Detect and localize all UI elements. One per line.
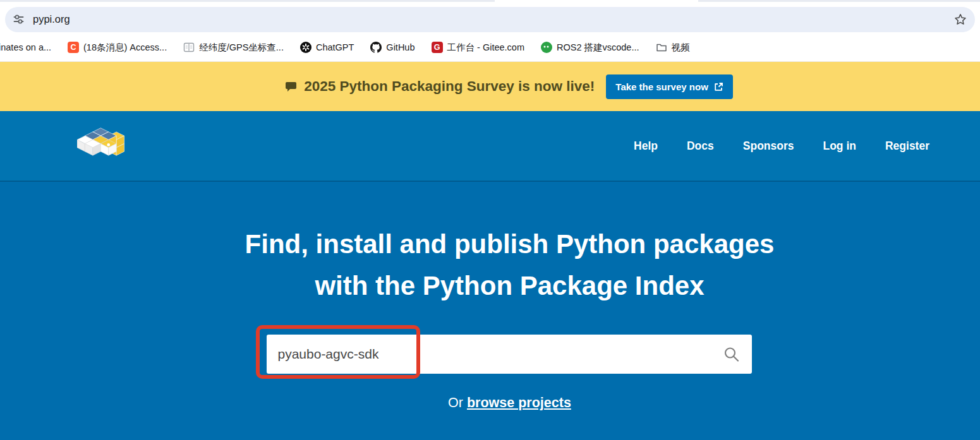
bookmark-label: (18条消息) Access...: [83, 42, 167, 54]
browse-prefix: Or: [448, 395, 467, 410]
bookmark-label: 视频: [672, 42, 690, 54]
github-icon: [370, 42, 382, 53]
bookmarks-bar: inates on a... C (18条消息) Access... 经纬度/G…: [0, 33, 980, 62]
pypi-nav: Help Docs Sponsors Log in Register: [634, 140, 929, 153]
address-bar[interactable]: pypi.org: [5, 7, 975, 32]
survey-message-text: 2025 Python Packaging Survey is now live…: [304, 78, 595, 95]
nav-help[interactable]: Help: [634, 140, 658, 153]
map-book-icon: [183, 42, 195, 53]
gitee-icon: G: [432, 42, 443, 53]
take-survey-button[interactable]: Take the survey now: [606, 74, 732, 99]
tab-strip-segment: [698, 0, 980, 2]
bookmark-item[interactable]: 视频: [656, 42, 690, 54]
search-icon: [723, 346, 740, 363]
bookmark-label: ROS2 搭建vscode...: [557, 42, 639, 54]
survey-banner-inner: 2025 Python Packaging Survey is now live…: [285, 74, 733, 99]
bookmark-label: inates on a...: [0, 42, 51, 52]
chatgpt-icon: [300, 42, 312, 53]
browse-line: Or browse projects: [448, 395, 571, 411]
pypi-logo[interactable]: [77, 124, 133, 168]
hero-inner: Find, install and publish Python package…: [245, 223, 775, 425]
nav-login[interactable]: Log in: [823, 140, 856, 153]
bookmark-item[interactable]: GitHub: [370, 42, 414, 53]
bookmark-label: GitHub: [386, 42, 414, 52]
hero-section: Find, install and publish Python package…: [0, 182, 980, 440]
bookmark-star-icon[interactable]: [953, 13, 967, 27]
nav-register[interactable]: Register: [885, 140, 929, 153]
tab-strip-segment: [0, 0, 495, 2]
site-settings-icon[interactable]: [13, 13, 25, 25]
folder-icon: [656, 42, 667, 53]
bookmark-item[interactable]: 经纬度/GPS坐标查...: [183, 42, 284, 54]
bookmark-item[interactable]: inates on a...: [0, 42, 51, 52]
bookmark-label: 经纬度/GPS坐标查...: [199, 42, 284, 54]
bookmark-item[interactable]: ChatGPT: [300, 42, 354, 53]
csdn-icon: C: [68, 42, 79, 53]
green-chat-icon: [541, 42, 552, 53]
page-title-line2: with the Python Package Index: [245, 265, 775, 307]
bookmark-item[interactable]: C (18条消息) Access...: [68, 42, 167, 54]
omnibox-row: pypi.org: [0, 3, 980, 33]
speech-bubble-icon: [285, 81, 297, 92]
pypi-header: Help Docs Sponsors Log in Register: [0, 111, 980, 182]
page-title-line1: Find, install and publish Python package…: [245, 223, 775, 265]
external-link-icon: [714, 82, 723, 92]
browser-chrome: pypi.org inates on a... C (18条消息) Access…: [0, 0, 980, 62]
search-button[interactable]: [719, 345, 744, 364]
search-form: [267, 335, 752, 374]
bookmark-label: ChatGPT: [316, 42, 354, 52]
survey-message: 2025 Python Packaging Survey is now live…: [285, 78, 595, 95]
bookmark-label: 工作台 - Gitee.com: [447, 42, 524, 54]
bookmark-item[interactable]: ROS2 搭建vscode...: [541, 42, 639, 54]
url-text[interactable]: pypi.org: [33, 13, 945, 25]
search-input[interactable]: [267, 335, 752, 374]
page-title: Find, install and publish Python package…: [245, 223, 775, 307]
browse-projects-link[interactable]: browse projects: [467, 395, 571, 410]
nav-docs[interactable]: Docs: [687, 140, 714, 153]
survey-banner: 2025 Python Packaging Survey is now live…: [0, 62, 980, 111]
bookmark-item[interactable]: G 工作台 - Gitee.com: [432, 42, 524, 54]
nav-sponsors[interactable]: Sponsors: [743, 140, 794, 153]
take-survey-label: Take the survey now: [615, 81, 708, 92]
tab-strip: [0, 0, 980, 3]
